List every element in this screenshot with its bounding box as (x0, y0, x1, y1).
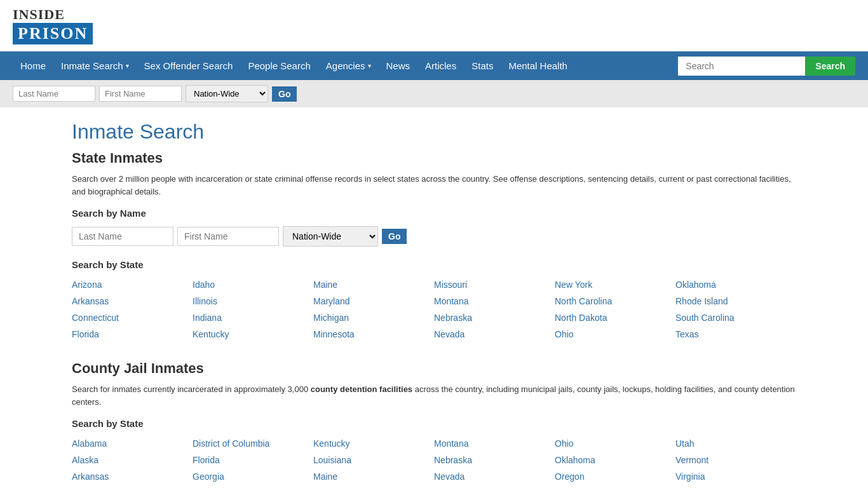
county-link-louisiana[interactable]: Louisiana (313, 453, 434, 467)
logo[interactable]: INSIDE PRISON (13, 6, 93, 44)
state-inmates-desc: Search over 2 million people with incarc… (72, 173, 796, 198)
state-link-connecticut[interactable]: Connecticut (72, 311, 193, 325)
county-link-oklahoma[interactable]: Oklahoma (555, 453, 675, 467)
county-link-florida[interactable]: Florida (193, 453, 313, 467)
state-inmates-title: State Inmates (72, 150, 796, 166)
county-link-maine[interactable]: Maine (313, 470, 434, 484)
state-link-missouri[interactable]: Missouri (434, 278, 555, 292)
quick-go-button[interactable]: Go (272, 86, 297, 102)
main-content: Inmate Search State Inmates Search over … (53, 107, 815, 488)
county-jail-desc: Search for inmates currently incarcerate… (72, 383, 796, 408)
county-link-alaska[interactable]: Alaska (72, 453, 193, 467)
nav-inmate-search[interactable]: Inmate Search ▾ (53, 51, 137, 80)
county-search-by-state-label: Search by State (72, 418, 796, 429)
state-link-north-dakota[interactable]: North Dakota (555, 311, 675, 325)
state-link-maine[interactable]: Maine (313, 278, 434, 292)
state-link-arizona[interactable]: Arizona (72, 278, 193, 292)
nav-search-button[interactable]: Search (805, 57, 855, 76)
nav-people-search[interactable]: People Search (240, 51, 318, 80)
state-link-rhode-island[interactable]: Rhode Island (675, 294, 796, 308)
quick-first-name-input[interactable] (99, 86, 182, 102)
state-link-maryland[interactable]: Maryland (313, 294, 434, 308)
state-last-name-input[interactable] (72, 227, 173, 246)
search-by-name-label: Search by Name (72, 208, 796, 219)
county-link-ohio[interactable]: Ohio (555, 437, 675, 451)
quick-search-bar: Nation-Wide Go (0, 80, 868, 107)
county-link-arkansas[interactable]: Arkansas (72, 470, 193, 484)
state-link-texas[interactable]: Texas (675, 327, 796, 341)
search-by-state-label: Search by State (72, 259, 796, 270)
state-link-south-carolina[interactable]: South Carolina (675, 311, 796, 325)
header: INSIDE PRISON (0, 0, 868, 51)
logo-bottom: PRISON (13, 23, 93, 44)
state-link-nebraska[interactable]: Nebraska (434, 311, 555, 325)
nav-search-wrap: Search (678, 57, 855, 76)
state-link-kentucky[interactable]: Kentucky (193, 327, 313, 341)
nav-articles[interactable]: Articles (417, 51, 464, 80)
county-jail-title: County Jail Inmates (72, 360, 796, 377)
county-link-alabama[interactable]: Alabama (72, 437, 193, 451)
county-link-kentucky[interactable]: Kentucky (313, 437, 434, 451)
state-name-search-form: Nation-Wide Go (72, 226, 796, 247)
county-link-virginia[interactable]: Virginia (675, 470, 796, 484)
nav-stats[interactable]: Stats (464, 51, 501, 80)
quick-scope-select[interactable]: Nation-Wide (186, 85, 268, 102)
state-scope-select[interactable]: Nation-Wide (283, 226, 378, 247)
county-link-nebraska[interactable]: Nebraska (434, 453, 555, 467)
nav-news[interactable]: News (379, 51, 418, 80)
county-link-utah[interactable]: Utah (675, 437, 796, 451)
state-link-north-carolina[interactable]: North Carolina (555, 294, 675, 308)
state-link-ohio[interactable]: Ohio (555, 327, 675, 341)
county-link-oregon[interactable]: Oregon (555, 470, 675, 484)
logo-top: INSIDE (13, 6, 65, 23)
nav-mental-health[interactable]: Mental Health (501, 51, 575, 80)
county-link-dc[interactable]: District of Columbia (193, 437, 313, 451)
state-link-montana[interactable]: Montana (434, 294, 555, 308)
state-link-nevada[interactable]: Nevada (434, 327, 555, 341)
page-title: Inmate Search (72, 120, 796, 144)
state-go-button[interactable]: Go (382, 229, 407, 244)
state-link-illinois[interactable]: Illinois (193, 294, 313, 308)
agencies-dropdown-icon: ▾ (368, 62, 371, 69)
county-jail-grid: Alabama District of Columbia Kentucky Mo… (72, 437, 796, 484)
state-link-minnesota[interactable]: Minnesota (313, 327, 434, 341)
state-link-michigan[interactable]: Michigan (313, 311, 434, 325)
county-link-montana[interactable]: Montana (434, 437, 555, 451)
nav-agencies[interactable]: Agencies ▾ (318, 51, 379, 80)
state-link-florida[interactable]: Florida (72, 327, 193, 341)
county-link-vermont[interactable]: Vermont (675, 453, 796, 467)
quick-last-name-input[interactable] (13, 86, 95, 102)
state-link-indiana[interactable]: Indiana (193, 311, 313, 325)
nav-search-input[interactable] (678, 57, 805, 76)
nav: Home Inmate Search ▾ Sex Offender Search… (0, 51, 868, 80)
state-first-name-input[interactable] (177, 227, 279, 246)
nav-sex-offender-search[interactable]: Sex Offender Search (137, 51, 241, 80)
state-link-new-york[interactable]: New York (555, 278, 675, 292)
inmate-search-dropdown-icon: ▾ (126, 62, 129, 69)
state-link-idaho[interactable]: Idaho (193, 278, 313, 292)
county-link-georgia[interactable]: Georgia (193, 470, 313, 484)
state-inmates-grid: Arizona Idaho Maine Missouri New York Ok… (72, 278, 796, 341)
state-link-oklahoma[interactable]: Oklahoma (675, 278, 796, 292)
nav-home[interactable]: Home (13, 51, 53, 80)
state-link-arkansas[interactable]: Arkansas (72, 294, 193, 308)
county-link-nevada[interactable]: Nevada (434, 470, 555, 484)
